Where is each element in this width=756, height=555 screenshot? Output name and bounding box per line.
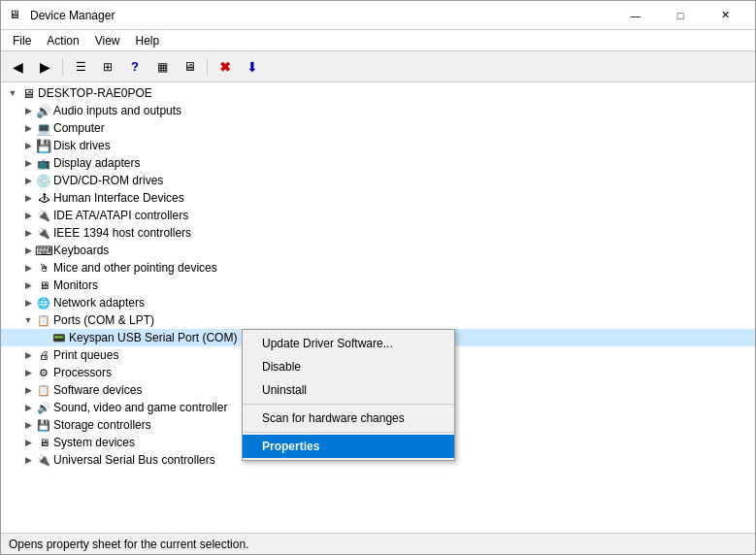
- tree-root[interactable]: ▼ 🖥 DESKTOP-RAE0POE: [1, 84, 755, 102]
- hid-label: Human Interface Devices: [53, 191, 184, 205]
- software-label: Software devices: [53, 383, 142, 397]
- root-expand-icon: ▼: [5, 85, 20, 101]
- system-label: System devices: [53, 436, 135, 449]
- disk-expand-icon: ▶: [20, 138, 36, 153]
- menu-file[interactable]: File: [5, 32, 39, 49]
- sound-icon: 🔊: [36, 400, 51, 415]
- window-title: Device Manager: [30, 9, 115, 22]
- tree-item-display[interactable]: ▶ 📺 Display adapters: [1, 154, 755, 172]
- toolbar-separator-2: [207, 58, 208, 76]
- keyspan-label: Keyspan USB Serial Port (COM): [69, 331, 237, 344]
- title-bar-controls: — □ ✕: [613, 1, 747, 30]
- content-area: ▼ 🖥 DESKTOP-RAE0POE ▶ 🔊 Audio inputs and…: [1, 82, 755, 533]
- audio-expand-icon: ▶: [20, 103, 36, 118]
- system-icon: 🖥: [36, 435, 51, 450]
- tree-item-dvd[interactable]: ▶ 💿 DVD/CD-ROM drives: [1, 172, 755, 189]
- root-icon: 🖥: [20, 85, 36, 101]
- monitors-label: Monitors: [53, 278, 98, 292]
- maximize-button[interactable]: □: [658, 1, 703, 30]
- network-icon: 🌐: [36, 295, 51, 310]
- toolbar-separator-1: [62, 58, 63, 76]
- keyboards-label: Keyboards: [53, 244, 109, 257]
- tree-item-computer[interactable]: ▶ 💻 Computer: [1, 119, 755, 137]
- root-label: DESKTOP-RAE0POE: [38, 86, 152, 100]
- ide-expand-icon: ▶: [20, 208, 36, 223]
- keyspan-icon: 📟: [51, 330, 67, 345]
- print-icon: 🖨: [36, 347, 51, 363]
- network-expand-icon: ▶: [20, 295, 36, 310]
- computer-expand-icon: ▶: [20, 120, 36, 136]
- tree-item-disk[interactable]: ▶ 💾 Disk drives: [1, 137, 755, 154]
- computer-icon: 💻: [36, 120, 51, 136]
- ieee-label: IEEE 1394 host controllers: [53, 226, 191, 240]
- dvd-icon: 💿: [36, 173, 51, 188]
- processors-expand-icon: ▶: [20, 365, 36, 380]
- back-button[interactable]: ◀: [5, 55, 30, 79]
- monitors-expand-icon: ▶: [20, 278, 36, 293]
- usb-label: Universal Serial Bus controllers: [53, 453, 215, 467]
- computer-button[interactable]: 🖥: [177, 55, 202, 79]
- ide-icon: 🔌: [36, 208, 51, 223]
- help-button[interactable]: ?: [122, 55, 148, 79]
- display-expand-icon: ▶: [20, 155, 36, 171]
- mice-icon: 🖱: [36, 260, 51, 276]
- tree-item-mice[interactable]: ▶ 🖱 Mice and other pointing devices: [1, 259, 755, 277]
- audio-icon: 🔊: [36, 103, 51, 118]
- display-label: Display adapters: [53, 156, 140, 170]
- menu-help[interactable]: Help: [128, 32, 168, 49]
- tree-item-ieee[interactable]: ▶ 🔌 IEEE 1394 host controllers: [1, 224, 755, 242]
- properties-button[interactable]: ☰: [68, 55, 93, 79]
- resources-button[interactable]: ▦: [149, 55, 175, 79]
- system-expand-icon: ▶: [20, 435, 36, 450]
- status-bar: Opens property sheet for the current sel…: [1, 533, 755, 554]
- processors-label: Processors: [53, 366, 112, 379]
- update-driver-button[interactable]: ⊞: [95, 55, 120, 79]
- sound-expand-icon: ▶: [20, 400, 36, 415]
- tree-item-ports[interactable]: ▼ 📋 Ports (COM & LPT): [1, 311, 755, 329]
- ctx-sep-2: [243, 432, 454, 433]
- ctx-properties[interactable]: Properties: [243, 435, 454, 458]
- status-text: Opens property sheet for the current sel…: [9, 538, 248, 551]
- ctx-update-driver[interactable]: Update Driver Software...: [243, 332, 454, 355]
- print-label: Print queues: [53, 348, 118, 362]
- tree-item-audio[interactable]: ▶ 🔊 Audio inputs and outputs: [1, 102, 755, 119]
- mice-expand-icon: ▶: [20, 260, 36, 276]
- tree-item-monitors[interactable]: ▶ 🖥 Monitors: [1, 277, 755, 294]
- tree-item-hid[interactable]: ▶ 🕹 Human Interface Devices: [1, 189, 755, 207]
- network-label: Network adapters: [53, 296, 145, 310]
- uninstall-button[interactable]: ✖: [213, 55, 238, 79]
- dvd-label: DVD/CD-ROM drives: [53, 174, 163, 187]
- ctx-uninstall[interactable]: Uninstall: [243, 378, 454, 402]
- mice-label: Mice and other pointing devices: [53, 261, 217, 275]
- tree-item-ide[interactable]: ▶ 🔌 IDE ATA/ATAPI controllers: [1, 207, 755, 224]
- ctx-scan[interactable]: Scan for hardware changes: [243, 407, 454, 430]
- menu-bar: File Action View Help: [1, 30, 755, 51]
- tree-item-keyboards[interactable]: ▶ ⌨ Keyboards: [1, 242, 755, 259]
- title-bar: 🖥 Device Manager — □ ✕: [1, 1, 755, 30]
- menu-view[interactable]: View: [87, 32, 128, 49]
- keyspan-expand-icon: [36, 330, 51, 345]
- tree-item-network[interactable]: ▶ 🌐 Network adapters: [1, 294, 755, 311]
- scan-button[interactable]: ⬇: [240, 55, 265, 79]
- ports-icon: 📋: [36, 312, 51, 328]
- computer-label: Computer: [53, 121, 105, 135]
- print-expand-icon: ▶: [20, 347, 36, 363]
- storage-expand-icon: ▶: [20, 417, 36, 433]
- ctx-disable[interactable]: Disable: [243, 355, 454, 378]
- software-expand-icon: ▶: [20, 382, 36, 398]
- title-bar-left: 🖥 Device Manager: [9, 8, 115, 23]
- display-icon: 📺: [36, 155, 51, 171]
- minimize-button[interactable]: —: [613, 1, 658, 30]
- device-tree[interactable]: ▼ 🖥 DESKTOP-RAE0POE ▶ 🔊 Audio inputs and…: [1, 82, 755, 533]
- menu-action[interactable]: Action: [39, 32, 86, 49]
- close-button[interactable]: ✕: [703, 1, 747, 30]
- dvd-expand-icon: ▶: [20, 173, 36, 188]
- audio-label: Audio inputs and outputs: [53, 104, 181, 117]
- usb-expand-icon: ▶: [20, 452, 36, 468]
- processors-icon: ⚙: [36, 365, 51, 380]
- usb-icon: 🔌: [36, 452, 51, 468]
- software-icon: 📋: [36, 382, 51, 398]
- monitors-icon: 🖥: [36, 278, 51, 293]
- context-menu: Update Driver Software... Disable Uninst…: [242, 329, 455, 461]
- forward-button[interactable]: ▶: [32, 55, 57, 79]
